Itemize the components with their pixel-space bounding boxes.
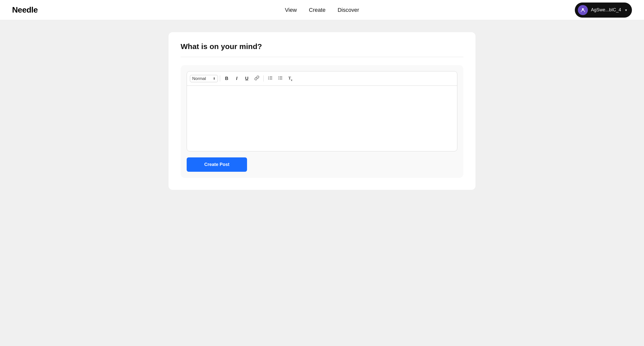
svg-point-10: [278, 76, 279, 77]
nav-links: View Create Discover: [285, 7, 359, 13]
svg-text:3: 3: [268, 78, 269, 80]
editor-content-area[interactable]: [187, 86, 457, 151]
divider: [181, 57, 463, 57]
editor-wrapper: Normal Heading 1 Heading 2 Heading 3 ⬍ B: [181, 65, 463, 178]
format-select[interactable]: Normal Heading 1 Heading 2 Heading 3: [192, 76, 212, 81]
svg-point-0: [582, 8, 584, 10]
toolbar-divider-2: [263, 75, 264, 81]
underline-button[interactable]: U: [242, 74, 251, 83]
page-title: What is on your mind?: [181, 42, 463, 51]
nav-link-view[interactable]: View: [285, 7, 297, 13]
chevron-down-icon: ▾: [625, 8, 627, 12]
italic-button[interactable]: I: [232, 74, 241, 83]
ordered-list-icon: 1 2 3: [268, 75, 273, 82]
rich-text-editor: Normal Heading 1 Heading 2 Heading 3 ⬍ B: [187, 71, 457, 151]
editor-toolbar: Normal Heading 1 Heading 2 Heading 3 ⬍ B: [187, 71, 457, 86]
nav-link-discover[interactable]: Discover: [338, 7, 359, 13]
format-select-chevron-icon: ⬍: [213, 77, 216, 80]
link-button[interactable]: [252, 74, 261, 83]
nav-link-create[interactable]: Create: [309, 7, 326, 13]
create-post-button[interactable]: Create Post: [187, 157, 247, 172]
user-display-name: AgSwe...bIC_4: [591, 7, 621, 13]
bold-button[interactable]: B: [222, 74, 231, 83]
unordered-list-icon: [278, 75, 283, 82]
svg-point-11: [278, 77, 279, 78]
clear-format-icon: Tx: [288, 76, 292, 81]
content-card: What is on your mind? Normal Heading 1 H…: [169, 32, 475, 190]
link-icon: [254, 75, 259, 82]
svg-point-12: [278, 79, 279, 79]
user-menu[interactable]: AgSwe...bIC_4 ▾: [575, 3, 632, 18]
clear-format-button[interactable]: Tx: [286, 74, 295, 83]
avatar: [578, 5, 588, 15]
toolbar-divider-1: [220, 75, 220, 81]
main-content: What is on your mind? Normal Heading 1 H…: [0, 20, 644, 202]
ordered-list-button[interactable]: 1 2 3: [266, 74, 275, 83]
unordered-list-button[interactable]: [276, 74, 285, 83]
format-select-wrapper[interactable]: Normal Heading 1 Heading 2 Heading 3 ⬍: [190, 75, 218, 82]
app-logo: Needle: [12, 5, 38, 15]
navbar: Needle View Create Discover AgSwe...bIC_…: [0, 0, 644, 20]
